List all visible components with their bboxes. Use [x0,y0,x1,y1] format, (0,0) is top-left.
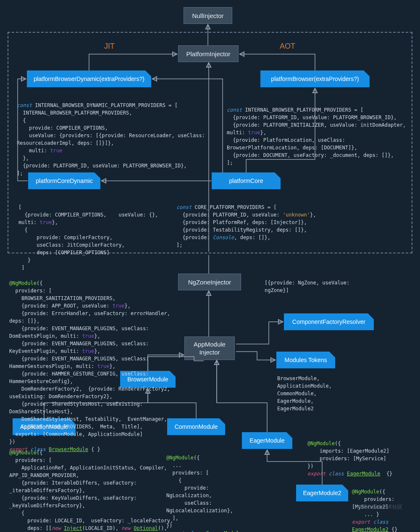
browser-module-code: @NgModule({ providers: [ BROWSER_SANITIZ… [9,272,177,453]
aot-providers-code: const INTERNAL_BROWSER_PLATFORM_PROVIDER… [227,99,407,167]
modules-list-code: BrowserModule, ApplicationModule, Common… [277,375,353,412]
eager-module-code: @NgModule({ imports: [EagerModule2] prov… [307,432,400,477]
component-factory-resolver-node: ComponentFactoryResolver [284,313,374,330]
aot-label: AOT [280,42,295,51]
jit-label: JIT [104,42,115,51]
eager-module2-node: EagerModule2 [296,485,348,501]
core-platform-providers-code: const CORE_PLATFORM_PROVIDERS = [ {provi… [176,196,328,249]
common-module-code: @NgModule({ ... providers: [ { provide: … [166,446,250,532]
platform-core-node: platformCore [212,172,281,189]
core-dynamic-providers-code: [ {provide: COMPILER_OPTIONS, useValue: … [18,196,170,271]
platform-browser-dynamic-node: platformBrowserDynamic(extraProviders?) [27,70,151,87]
jit-providers-code: const INTERNAL_BROWSER_DYNAMIC_PLATFORM_… [17,94,218,177]
platform-injector-node: PlatformInjector [178,45,239,62]
appmodule-injector-node: AppModule Injector [184,336,235,360]
ngzone-injector-node: NgZoneInjector [178,274,241,290]
platform-browser-node: platformBrowser(extraProviders?) [260,70,370,87]
application-module-code: @NgModule({ providers: [ ApplicationRef,… [9,441,177,532]
null-injector-node: NullInjector [184,7,232,24]
ngzone-code: [{provide: NgZone, useValue: ngZone}] [265,279,365,294]
watermark: @稀土掘金技术社区 [357,503,402,511]
modules-tokens-node: Modules Tokens [276,352,335,368]
